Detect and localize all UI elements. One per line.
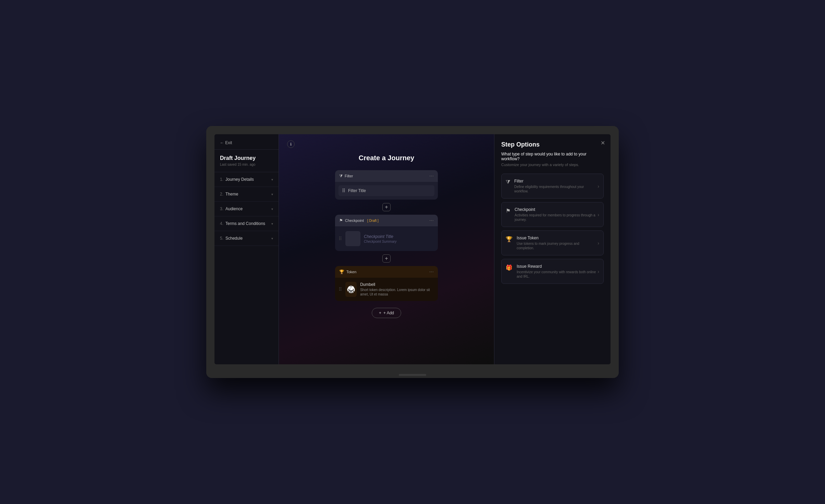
filter-card-header: ⧩ Filter ··· [335,170,438,182]
filter-title-row: ⠿ Filter Title [338,185,434,196]
checkpoint-image [345,231,360,246]
step-option-title-3: Issue Reward [517,264,598,269]
info-icon: ℹ [290,142,292,147]
sidebar-item-number-3: 3. [220,206,223,211]
panel-question: What type of step would you like to add … [501,152,604,161]
step-option-checkpoint[interactable]: ⚑ Checkpoint Activities required for mem… [501,202,604,227]
add-step-button-1[interactable]: + [382,203,391,211]
step-option-title-0: Filter [514,179,598,184]
page-title: Create a Journey [359,148,414,170]
main-header: ℹ [279,134,494,148]
step-option-desc-0: Define eligibility requirements througho… [514,185,598,193]
token-name: Dumbell [360,282,434,287]
sidebar-item-schedule[interactable]: 5. Schedule ▾ [214,231,279,246]
step-option-title-1: Checkpoint [515,207,598,212]
panel-subtitle: Customize your journey with a variety of… [501,163,604,167]
chevron-icon-2: ▾ [271,192,273,196]
sidebar: ← Exit Draft Journey Last saved 15 min. … [214,134,279,364]
checkpoint-icon: ⚑ [339,218,343,223]
add-label: + Add [383,311,394,315]
sidebar-title-area: Draft Journey Last saved 15 min. ago [214,150,279,172]
checkpoint-drag-handle[interactable]: ⠿ [338,236,342,241]
token-image: 🥋 [345,282,357,297]
token-more-icon[interactable]: ··· [429,269,434,275]
checkpoint-body: ⠿ Checkpoint Title Checkpoint Summary [335,226,438,251]
laptop-screen: ← Exit Draft Journey Last saved 15 min. … [214,134,611,364]
sidebar-item-label-4: Terms and Conditions [225,221,265,226]
step-option-arrow-1: › [598,212,599,217]
sidebar-item-label-1: Journey Details [225,177,254,182]
step-option-issue-token[interactable]: 🏆 Issue Token Use tokens to mark journey… [501,230,604,255]
checkpoint-more-icon[interactable]: ··· [429,217,434,224]
filter-title-text: Filter Title [348,188,366,193]
exit-label: ← Exit [220,140,232,145]
token-text: Dumbell Short token description. Lorem i… [360,282,434,297]
chevron-icon-5: ▾ [271,237,273,240]
sidebar-item-number-4: 4. [220,221,223,226]
sidebar-nav: 1. Journey Details ▾ 2. Theme ▾ 3. Audie… [214,172,279,364]
step-option-desc-3: Incentivize your community with rewards … [517,270,598,279]
sidebar-item-number-5: 5. [220,236,223,241]
token-icon: 🏆 [339,269,344,274]
token-description: Short token description. Lorem ipsum dol… [360,288,434,297]
chevron-icon-1: ▾ [271,178,273,181]
journey-canvas: ⧩ Filter ··· ⠿ Filter Title + [279,170,494,332]
checkpoint-step-card: ⚑ Checkpoint [ Draft ] ··· ⠿ Checkpoint … [335,215,438,251]
step-option-icon-3: 🎁 [506,264,513,271]
token-step-card: 🏆 Token ··· ⠿ 🥋 Dumbell Short token desc… [335,266,438,301]
sidebar-item-audience[interactable]: 3. Audience ▾ [214,202,279,216]
checkpoint-label: Checkpoint [345,218,364,223]
token-label: Token [346,270,356,274]
draft-badge: [ Draft ] [367,219,379,223]
main-content: ℹ Create a Journey ⧩ Filter ··· [279,134,494,364]
sidebar-item-number-1: 1. [220,177,223,182]
sidebar-item-theme[interactable]: 2. Theme ▾ [214,187,279,202]
checkpoint-row: ⠿ Checkpoint Title Checkpoint Summary [335,226,438,251]
right-panel: ✕ Step Options What type of step would y… [494,134,611,364]
step-options-list: ⧩ Filter Define eligibility requirements… [501,174,604,284]
token-card-header: 🏆 Token ··· [335,266,438,278]
filter-icon: ⧩ [339,174,343,178]
token-body: ⠿ 🥋 Dumbell Short token description. Lor… [335,278,438,301]
filter-more-icon[interactable]: ··· [429,173,434,179]
sidebar-item-journey-details[interactable]: 1. Journey Details ▾ [214,172,279,187]
step-option-arrow-0: › [598,184,599,189]
token-drag-handle[interactable]: ⠿ [338,287,342,292]
step-option-issue-reward[interactable]: 🎁 Issue Reward Incentivize your communit… [501,259,604,284]
panel-close-button[interactable]: ✕ [601,140,605,146]
token-row: ⠿ 🥋 Dumbell Short token description. Lor… [335,278,438,301]
panel-title: Step Options [501,141,604,148]
step-option-icon-1: ⚑ [506,207,510,214]
checkpoint-text: Checkpoint Title Checkpoint Summary [364,234,397,243]
step-option-arrow-2: › [598,240,599,246]
sidebar-subtitle: Last saved 15 min. ago [220,163,273,166]
step-option-title-2: Issue Token [517,236,598,240]
sidebar-item-label-3: Audience [225,206,243,211]
step-option-desc-2: Use tokens to mark journey progress and … [517,241,598,250]
add-button-large[interactable]: + + Add [372,308,401,318]
step-option-icon-2: 🏆 [506,236,513,242]
sidebar-item-number-2: 2. [220,192,223,197]
add-plus-icon: + [379,311,381,315]
filter-step-card: ⧩ Filter ··· ⠿ Filter Title [335,170,438,200]
step-option-arrow-3: › [598,269,599,274]
exit-button[interactable]: ← Exit [214,134,279,150]
laptop-shell: ← Exit Draft Journey Last saved 15 min. … [206,126,619,378]
sidebar-item-terms-and-conditions[interactable]: 4. Terms and Conditions ▾ [214,216,279,231]
sidebar-title: Draft Journey [220,155,273,161]
checkpoint-card-header: ⚑ Checkpoint [ Draft ] ··· [335,215,438,226]
filter-body: ⠿ Filter Title [335,182,438,200]
add-step-button-2[interactable]: + [382,254,391,263]
checkpoint-title: Checkpoint Title [364,234,397,239]
info-icon-button[interactable]: ℹ [287,140,295,148]
sidebar-item-label-2: Theme [225,192,238,197]
checkpoint-summary: Checkpoint Summary [364,240,397,243]
close-icon: ✕ [601,140,605,146]
step-option-filter[interactable]: ⧩ Filter Define eligibility requirements… [501,174,604,199]
step-option-desc-1: Activities required for members to progr… [515,213,598,222]
filter-grid-icon: ⠿ [342,188,345,193]
laptop-notch [399,374,426,376]
step-option-icon-0: ⧩ [506,179,510,185]
sidebar-item-label-5: Schedule [225,236,243,241]
chevron-icon-4: ▾ [271,222,273,226]
